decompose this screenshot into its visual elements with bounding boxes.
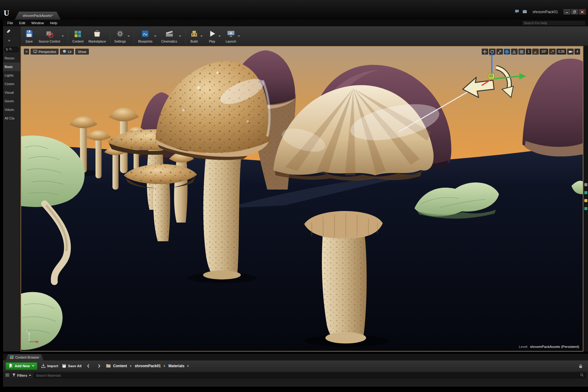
mode-category-volumes[interactable]: Volum [3,105,20,114]
content-button[interactable]: Content [70,28,86,45]
breadcrumb-content[interactable]: Content [111,363,128,369]
cinematics-label: Cinematics [161,40,177,43]
filters-caret-icon [29,375,31,376]
viewport-toolbar-right: 1 10° 0.25 4 [482,49,580,55]
surface-snap-button[interactable] [511,49,518,55]
camera-speed-value[interactable]: 4 [575,49,580,55]
collapsed-tab-icon[interactable] [584,183,587,186]
perspective-label: Perspective [39,50,56,54]
cinematics-caret-icon[interactable] [179,36,181,37]
build-icon [190,29,199,39]
grid-snap-value[interactable]: 1 [526,49,531,55]
rotation-snap-value[interactable]: 10° [540,49,548,55]
materials-search-input[interactable] [36,374,579,377]
add-new-label: Add New [15,364,30,368]
menu-help[interactable]: Help [47,20,60,26]
build-button[interactable]: Build [187,28,205,45]
forward-button[interactable] [96,363,102,369]
toolbar-separator [185,29,186,43]
save-button[interactable]: Save [22,28,36,45]
content-browser-tab[interactable]: Content Browser [6,354,43,360]
build-caret-icon[interactable] [200,36,203,37]
add-new-caret-icon [32,365,34,367]
import-button[interactable]: Import [41,364,58,369]
show-label: Show [78,50,86,54]
lock-button[interactable] [578,364,583,368]
mode-category-basic[interactable]: Basic [3,62,20,71]
world-local-toggle-button[interactable] [504,49,510,55]
source-control-icon [45,29,54,39]
mode-category-cinematic[interactable]: Cinem [3,80,20,88]
level-tab[interactable]: shroomPackAssets* [15,12,61,20]
launch-button[interactable]: Launch [224,28,242,45]
minimize-button[interactable] [564,9,570,14]
show-button[interactable]: Show [75,49,89,55]
lit-sphere-icon [62,49,66,54]
lit-mode-button[interactable]: Lit [60,49,74,55]
expand-panel-button[interactable]: » [3,34,20,43]
mode-category-recently-placed[interactable]: Recen [3,54,20,62]
camera-speed-button[interactable] [567,49,574,55]
collapsed-panel-strip [583,46,588,352]
filter-funnel-icon [12,373,16,378]
play-icon [208,29,217,39]
source-control-caret-icon[interactable] [62,36,64,37]
placement-tools-icon[interactable] [6,31,11,34]
viewport-options-button[interactable] [24,49,29,55]
content-browser-asset-area[interactable] [3,379,588,386]
help-search-input[interactable] [522,21,585,25]
settings-caret-icon[interactable] [127,36,130,37]
collapsed-tab-icon[interactable] [584,207,587,210]
menu-window[interactable]: Window [28,20,47,26]
scale-snap-value[interactable]: 0.25 [556,49,566,55]
menu-edit[interactable]: Edit [16,20,28,26]
mode-category-visual-effects[interactable]: Visual [3,88,20,97]
blueprints-caret-icon[interactable] [154,36,156,37]
breadcrumb-materials[interactable]: Materials [167,363,186,369]
play-button[interactable]: Play [205,28,223,45]
settings-button[interactable]: Settings [112,28,132,45]
search-icon [9,47,12,51]
marketplace-icon [92,29,102,39]
blueprints-button[interactable]: Blueprints [136,28,159,45]
feedback-icon[interactable] [515,9,519,14]
breadcrumb-shroompack01[interactable]: shroomPack01 [133,363,162,369]
cinematics-button[interactable]: Cinematics [159,28,183,45]
close-button[interactable] [579,9,586,14]
viewport-3d-scene[interactable] [21,47,583,351]
lit-label: Lit [68,50,71,54]
back-button[interactable] [85,363,92,369]
restore-button[interactable] [571,9,578,14]
content-label: Content [72,40,84,43]
perspective-button[interactable]: Perspective [31,49,58,55]
rotation-snap-button[interactable] [532,49,539,55]
modes-search-box[interactable]: S [4,47,19,52]
launch-caret-icon[interactable] [238,36,240,37]
whats-new-icon[interactable] [522,10,527,14]
breadcrumb-separator-icon [187,365,189,367]
scale-snap-button[interactable] [549,49,556,55]
grid-snap-button[interactable] [518,49,525,55]
filters-button[interactable]: Filters [12,373,31,378]
content-browser-tab-icon [10,355,14,360]
source-control-button[interactable]: Source Control [36,28,66,45]
translate-tool-button[interactable] [482,49,488,55]
mode-category-geometry[interactable]: Geom [3,97,20,105]
viewport: Perspective Lit Show 1 10° 0.25 4 [21,46,583,352]
marketplace-button[interactable]: Marketplace [86,28,108,45]
collapsed-tab-icon[interactable] [584,191,587,194]
collapsed-tab-icon[interactable] [584,199,587,202]
mode-category-all-classes[interactable]: All Cla [3,114,20,123]
rotate-tool-button[interactable] [489,49,496,55]
search-icon [580,373,584,378]
level-status: Level:shroomPackAssets (Persistent) [519,345,579,349]
marketplace-label: Marketplace [89,40,106,43]
mode-category-lights[interactable]: Lights [3,71,20,80]
menu-file[interactable]: File [4,20,16,26]
add-new-button[interactable]: Add New [6,362,37,370]
level-status-label: Level: [519,345,528,349]
save-all-button[interactable]: Save All [62,364,81,369]
view-options-icon[interactable] [5,373,9,378]
play-caret-icon[interactable] [218,36,221,37]
scale-tool-button[interactable] [496,49,503,55]
